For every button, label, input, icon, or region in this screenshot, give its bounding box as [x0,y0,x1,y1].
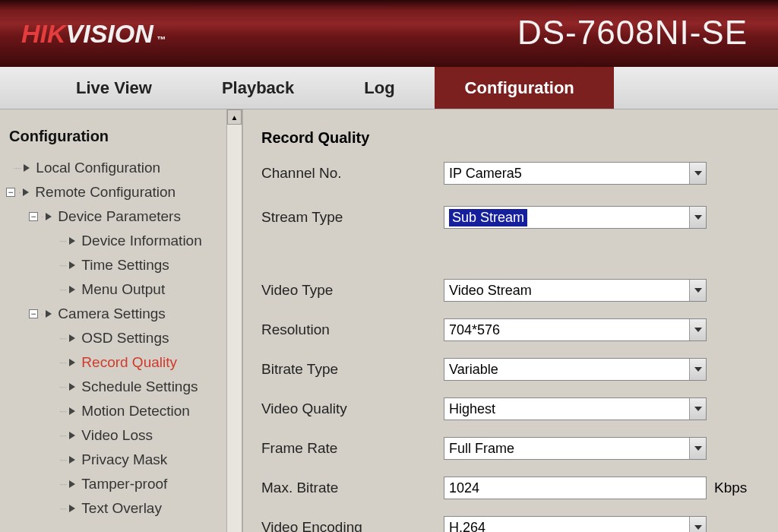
tree-label: Camera Settings [58,306,166,322]
main-panel: Record Quality Channel No. IP Camera5 St… [243,109,778,532]
select-video-quality[interactable]: Highest [444,397,707,420]
tree-connector-icon: ···· [59,333,66,344]
label-video-type: Video Type [261,282,444,299]
tree-motion-detection[interactable]: ····Motion Detection [3,399,239,423]
scroll-up-icon[interactable]: ▲ [227,109,242,125]
tree-connector-icon: ···· [59,479,66,489]
tree-local-config[interactable]: ····Local Configuration [3,156,239,180]
content-area: Configuration ····Local Configuration −·… [0,109,778,532]
tree-arrow-icon [46,310,52,318]
select-value: Variable [449,362,498,378]
tree-remote-config[interactable]: −·Remote Configuration [3,180,239,204]
tree-arrow-icon [69,261,75,269]
select-channel-no[interactable]: IP Camera5 [444,162,707,185]
tree-arrow-icon [69,383,75,391]
tree-text-overlay[interactable]: ····Text Overlay [3,496,239,521]
label-channel-no: Channel No. [261,165,444,182]
tree-label: OSD Settings [81,330,169,347]
select-value: 704*576 [449,322,500,338]
tree-arrow-icon [69,480,75,488]
tree-collapse-icon[interactable]: − [29,212,38,221]
tree-connector-icon: · [41,211,43,222]
label-max-bitrate: Max. Bitrate [261,480,444,496]
tree-video-loss[interactable]: ····Video Loss [3,423,239,448]
form-divider [261,250,760,271]
row-stream-type: Stream Type Sub Stream [261,206,760,229]
select-value: Sub Stream [449,209,527,226]
tree-connector-icon: ···· [59,382,66,392]
chevron-down-icon [689,398,706,420]
chevron-down-icon [689,207,706,228]
tree-connector-icon: ···· [59,260,66,271]
tree-device-parameters[interactable]: −·Device Parameters [3,204,239,229]
tree-connector-icon: ···· [59,454,66,465]
main-tabbar: Live View Playback Log Configuration [0,67,778,109]
tree-collapse-icon[interactable]: − [29,309,38,318]
tree-label: Device Parameters [58,208,181,225]
tab-log[interactable]: Log [334,67,434,109]
select-value: IP Camera5 [449,166,522,182]
sidebar-scrollbar[interactable]: ▲ [226,109,242,532]
row-video-quality: Video Quality Highest [261,397,760,420]
row-frame-rate: Frame Rate Full Frame [261,437,760,460]
input-value: 1024 [449,480,479,496]
tab-configuration[interactable]: Configuration [435,67,614,109]
label-bitrate-type: Bitrate Type [261,361,444,378]
tree-arrow-icon [69,359,75,366]
scroll-track[interactable] [227,125,242,532]
tree-osd-settings[interactable]: ····OSD Settings [3,326,239,350]
tree-menu-output[interactable]: ····Menu Output [3,277,239,302]
chevron-down-icon [689,163,706,184]
select-video-encoding[interactable]: H.264 [444,516,707,532]
tree-label: Time Settings [81,257,169,274]
brand-tm: ™ [157,34,166,45]
tree-label: Text Overlay [81,500,162,517]
tree-device-information[interactable]: ····Device Information [3,229,239,253]
label-resolution: Resolution [261,321,444,338]
tree-connector-icon: ···· [59,430,66,441]
tree-privacy-mask[interactable]: ····Privacy Mask [3,448,239,472]
tree-tamper-proof[interactable]: ····Tamper-proof [3,472,239,496]
input-max-bitrate[interactable]: 1024 [444,477,707,499]
chevron-down-icon [689,359,706,380]
brand-hik: HIK [21,19,66,49]
tree-connector-icon: ···· [59,236,66,246]
row-max-bitrate: Max. Bitrate 1024 Kbps [261,477,760,499]
select-video-type[interactable]: Video Stream [444,279,707,302]
tree-connector-icon: · [41,309,43,319]
tree-schedule-settings[interactable]: ····Schedule Settings [3,375,239,399]
tree-label: Device Information [81,233,201,249]
select-value: Video Stream [449,283,532,299]
tree-arrow-icon [69,286,75,293]
unit-kbps: Kbps [714,480,747,496]
tab-live-view[interactable]: Live View [46,67,191,109]
sidebar: Configuration ····Local Configuration −·… [0,109,243,532]
row-channel-no: Channel No. IP Camera5 [261,162,760,185]
select-resolution[interactable]: 704*576 [444,318,707,341]
tree-arrow-icon [46,213,52,220]
tree-collapse-icon[interactable]: − [6,188,15,197]
tree-time-settings[interactable]: ····Time Settings [3,253,239,277]
row-bitrate-type: Bitrate Type Variable [261,358,760,381]
select-bitrate-type[interactable]: Variable [444,358,707,381]
config-tree: ····Local Configuration −·Remote Configu… [3,156,239,521]
tree-connector-icon: ···· [59,284,66,295]
row-video-type: Video Type Video Stream [261,279,760,302]
tree-record-quality[interactable]: ····Record Quality [3,350,239,375]
select-stream-type[interactable]: Sub Stream [444,206,707,229]
select-frame-rate[interactable]: Full Frame [444,437,707,460]
tree-arrow-icon [23,188,29,196]
label-video-quality: Video Quality [261,401,444,417]
tree-label: Tamper-proof [81,476,167,492]
tree-camera-settings[interactable]: −·Camera Settings [3,302,239,326]
tree-connector-icon: · [18,187,20,198]
label-video-encoding: Video Encoding [261,519,444,532]
select-value: Full Frame [449,441,514,457]
tree-label: Schedule Settings [81,378,198,395]
chevron-down-icon [689,319,706,340]
tree-label: Local Configuration [36,160,160,176]
section-title: Record Quality [261,129,760,147]
app-header: HIKVISION™ DS-7608NI-SE [0,0,778,67]
tab-playback[interactable]: Playback [191,67,334,109]
tree-connector-icon: ···· [59,357,66,368]
